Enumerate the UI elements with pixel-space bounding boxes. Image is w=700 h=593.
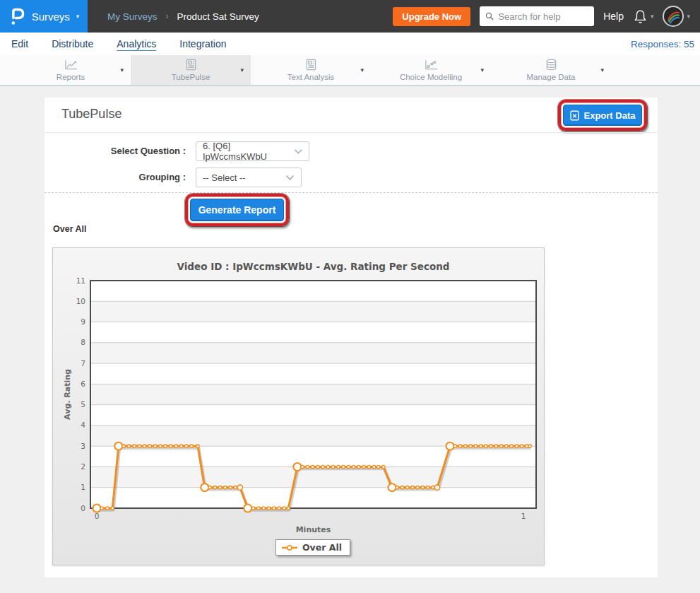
tab-choice-modelling[interactable]: Choice Modelling ▾ — [371, 55, 491, 85]
highlight-ring-generate: Generate Report — [185, 194, 289, 226]
nav-analytics[interactable]: Analytics — [117, 38, 156, 49]
avatar — [663, 6, 684, 27]
grouping-label: Grouping : — [45, 172, 186, 182]
survey-nav: Edit Distribute Analytics Integration Re… — [0, 33, 700, 55]
search-icon — [485, 11, 494, 21]
select-question-dropdown[interactable]: 6. [Q6] IpWccmsKWbU — [196, 141, 309, 161]
highlight-ring-export: Export Data — [558, 100, 647, 131]
tab-manage-data[interactable]: Manage Data ▾ — [491, 55, 611, 85]
svg-text:5: 5 — [81, 400, 85, 409]
avatar-image — [664, 7, 682, 25]
chevron-down-icon: ▾ — [687, 13, 690, 20]
account-menu[interactable]: ▾ — [663, 6, 690, 27]
bell-icon — [633, 8, 648, 25]
svg-text:Video ID : IpWccmsKWbU - Avg.: Video ID : IpWccmsKWbU - Avg. Rating Per… — [177, 261, 450, 272]
tab-text-analysis[interactable]: Text Analysis ▾ — [251, 55, 371, 85]
generate-report-button[interactable]: Generate Report — [190, 199, 284, 221]
svg-text:11: 11 — [76, 276, 85, 285]
export-data-label: Export Data — [584, 110, 636, 121]
tab-label: TubePulse — [172, 73, 210, 81]
svg-text:Minutes: Minutes — [296, 525, 331, 534]
svg-text:4: 4 — [81, 421, 85, 429]
nav-edit[interactable]: Edit — [11, 38, 28, 49]
divider — [45, 132, 658, 133]
chevron-down-icon[interactable]: ▾ — [120, 66, 124, 74]
page-title: TubePulse — [61, 107, 121, 122]
tubepulse-chart: 0123456789101101Video ID : IpWccmsKWbU -… — [52, 247, 545, 565]
text-doc-icon — [306, 59, 316, 71]
select-question-value: 6. [Q6] IpWccmsKWbU — [203, 141, 294, 162]
notifications-menu[interactable]: ▾ — [633, 8, 654, 25]
topbar-actions: Upgrade Now Help ▾ ▾ — [393, 6, 700, 27]
tab-label: Text Analysis — [287, 73, 334, 81]
line-chart-icon — [64, 59, 78, 71]
export-file-icon — [570, 110, 579, 121]
questionpro-logo-icon — [8, 6, 25, 27]
help-search-input[interactable] — [498, 11, 588, 22]
svg-text:3: 3 — [81, 442, 85, 450]
svg-text:9: 9 — [81, 317, 85, 326]
product-menu[interactable]: Surveys ▾ — [0, 0, 88, 33]
select-question-label: Select Question : — [45, 146, 186, 156]
legend-label: Over All — [302, 542, 342, 553]
svg-text:8: 8 — [81, 338, 85, 346]
chevron-down-icon: ▾ — [76, 13, 80, 20]
svg-text:1: 1 — [521, 512, 526, 520]
help-search[interactable] — [480, 6, 594, 26]
scatter-chart-icon — [425, 59, 438, 71]
avg-rating-line-chart: 0123456789101101Video ID : IpWccmsKWbU -… — [53, 248, 545, 566]
report-doc-icon — [186, 59, 196, 71]
chevron-down-icon — [294, 148, 303, 155]
grouping-value: -- Select -- — [203, 172, 246, 183]
svg-text:0: 0 — [81, 504, 85, 512]
database-icon — [545, 59, 557, 71]
tab-tubepulse[interactable]: TubePulse ▾ — [131, 55, 251, 85]
svg-text:7: 7 — [81, 359, 85, 368]
section-label-overall: Over All — [53, 224, 86, 234]
upgrade-now-button[interactable]: Upgrade Now — [393, 7, 470, 26]
chevron-down-icon — [285, 175, 295, 181]
tab-label: Choice Modelling — [400, 73, 462, 81]
svg-text:Avg. Rating: Avg. Rating — [63, 369, 72, 420]
top-navbar: Surveys ▾ My Surveys › Product Sat Surve… — [0, 0, 700, 33]
tab-label: Reports — [57, 73, 85, 81]
help-link[interactable]: Help — [603, 11, 624, 22]
svg-text:1: 1 — [81, 483, 85, 491]
product-menu-label: Surveys — [32, 11, 70, 23]
svg-text:10: 10 — [76, 297, 85, 305]
svg-text:2: 2 — [81, 462, 85, 471]
tab-reports[interactable]: Reports ▾ — [11, 55, 131, 85]
breadcrumb-my-surveys[interactable]: My Surveys — [107, 11, 158, 22]
legend-item-overall[interactable]: Over All — [275, 539, 350, 556]
nav-distribute[interactable]: Distribute — [52, 38, 93, 49]
chevron-down-icon[interactable]: ▾ — [480, 66, 484, 74]
chevron-down-icon[interactable]: ▾ — [600, 66, 604, 74]
svg-text:6: 6 — [81, 380, 85, 388]
breadcrumb: My Surveys › Product Sat Survey — [107, 11, 259, 22]
dashed-divider — [45, 192, 658, 193]
svg-text:0: 0 — [95, 512, 100, 520]
breadcrumb-current-survey: Product Sat Survey — [177, 11, 259, 22]
chevron-down-icon: ▾ — [651, 13, 654, 20]
nav-integration[interactable]: Integration — [179, 38, 226, 49]
breadcrumb-separator-icon: › — [166, 11, 169, 21]
tab-label: Manage Data — [526, 73, 575, 81]
series-marker-icon — [282, 544, 297, 551]
chevron-down-icon[interactable]: ▾ — [360, 66, 364, 74]
export-data-button[interactable]: Export Data — [563, 105, 642, 126]
responses-count[interactable]: Responses: 55 — [631, 39, 694, 49]
chevron-down-icon[interactable]: ▾ — [240, 66, 244, 74]
tubepulse-panel: TubePulse Export Data Select Question : … — [45, 98, 658, 577]
grouping-dropdown[interactable]: -- Select -- — [196, 168, 302, 187]
analytics-tabbar: Reports ▾ TubePulse ▾ Text Analysis ▾ Ch… — [0, 55, 700, 86]
